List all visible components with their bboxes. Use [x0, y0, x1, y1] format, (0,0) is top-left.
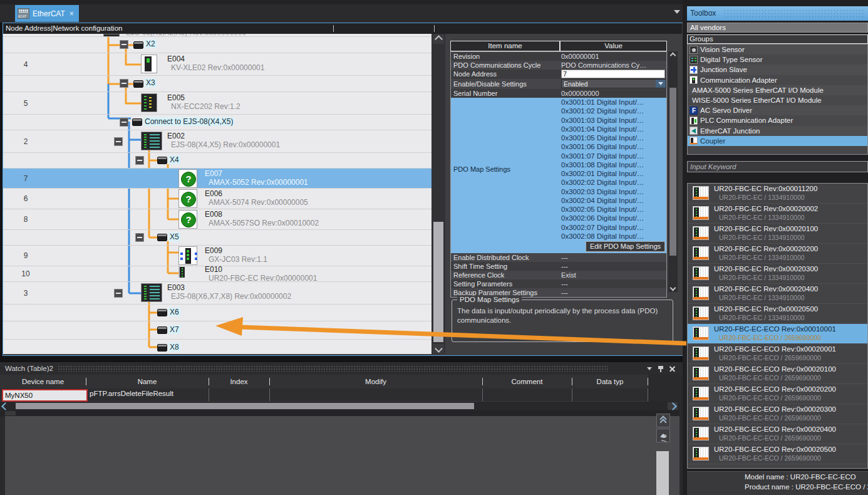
tree-row-e005[interactable]: 5 E005 NX-ECC202 Rev:1.2 — [3, 92, 431, 115]
collapse-button[interactable] — [120, 118, 128, 127]
pdo-map-entry[interactable]: 0x3002:06 Digital Input/… — [561, 214, 666, 222]
pdo-map-entry[interactable]: 0x3002:08 Digital Input/… — [561, 232, 666, 241]
dropdown-arrow-icon[interactable] — [656, 80, 666, 88]
tree-row-e010[interactable]: 10 E010 UR20-FBC-EC Rev:0x00000001 — [3, 266, 431, 282]
enable-disable-dropdown[interactable]: Enabled — [561, 79, 666, 88]
watch-horizontal-scrollbar[interactable] — [0, 402, 679, 410]
group-item[interactable]: PLC Communication Adapter — [688, 115, 867, 125]
group-item[interactable]: Vision Sensor — [688, 44, 867, 55]
scroll-down-button[interactable] — [433, 344, 444, 353]
group-item[interactable]: Coupler — [688, 136, 867, 146]
tree-row-e002[interactable]: 2 E002 EJS-08(X4,X5) Rev:0x00000001 — [3, 130, 431, 153]
group-item[interactable]: WISE-5000 Series EtherCAT I/O Module — [688, 95, 867, 105]
param-row-reference-clock[interactable]: Reference Clock Exist — [451, 271, 666, 279]
device-list-item[interactable]: UR20-FBC-EC-ECO Rev:0x00020300 UR20-FBC-… — [688, 404, 867, 424]
column-name[interactable]: Name — [86, 375, 209, 388]
group-item[interactable]: AC Servo Driver — [688, 105, 867, 115]
tree-row-x7[interactable]: X7 — [3, 321, 431, 340]
pin-icon[interactable] — [656, 365, 665, 373]
device-list-item[interactable]: UR20-FBC-EC-ECO Rev:0x00020001 UR20-FBC-… — [688, 344, 867, 364]
scrollbar-thumb[interactable] — [669, 88, 676, 256]
group-item[interactable]: Junction Slave — [688, 65, 867, 75]
watch-title-bar[interactable]: Watch (Table)2 — [0, 362, 683, 375]
tree-row-x6[interactable]: X6 — [3, 305, 431, 321]
device-list-item[interactable]: UR20-FBC-EC Rev:0x00020002 UR20-FBC-EC /… — [688, 204, 867, 224]
pdo-map-entry[interactable]: 0x3002:02 Digital Input/… — [561, 178, 666, 187]
variable-name-cell[interactable]: pFTP.arrsDeleteFileResult — [90, 390, 173, 397]
param-row-setting-parameters[interactable]: Setting Parameters --- — [451, 279, 666, 288]
tree-row-e009[interactable]: 9 E009 GX-JC03 Rev:1.1 — [3, 246, 431, 266]
collapse-button[interactable] — [135, 233, 144, 242]
param-row-serial-number[interactable]: Serial Number 0x00000000 — [451, 89, 666, 98]
network-configuration-tree[interactable]: EJS-08(X1,X2,X3) Rev:0x00000000 X2 4 E00… — [3, 34, 431, 354]
tab-close-icon[interactable]: × — [70, 9, 74, 18]
pdo-map-entry[interactable]: 0x3001:02 Digital Input/… — [561, 107, 666, 115]
tab-overflow-icon[interactable] — [674, 10, 680, 14]
pdo-map-entry[interactable]: 0x3001:06 Digital Input/… — [561, 142, 666, 151]
item-name-column-header[interactable]: Item name — [450, 41, 560, 51]
pdo-map-entry[interactable]: 0x3001:05 Digital Input/… — [561, 133, 666, 142]
scroll-up-button[interactable] — [433, 34, 444, 44]
tree-column-header[interactable]: Node Address|Network configuration — [3, 23, 682, 34]
pdo-map-entry[interactable]: 0x3001:07 Digital Input/… — [561, 152, 666, 160]
pdo-map-entry[interactable]: 0x3001:04 Digital Input/… — [561, 125, 666, 133]
column-comment[interactable]: Comment — [482, 375, 572, 388]
column-data-type[interactable]: Data typ — [572, 375, 648, 388]
collapse-button[interactable] — [120, 79, 128, 88]
scroll-right-button[interactable] — [668, 402, 678, 410]
device-list-item[interactable]: UR20-FBC-EC-ECO Rev:0x00020500 UR20-FBC-… — [688, 444, 867, 464]
vendor-filter-dropdown[interactable]: All vendors — [687, 23, 868, 33]
tree-row-x2[interactable]: X2 — [3, 37, 431, 53]
scroll-down-button[interactable] — [669, 284, 677, 291]
param-row-distributed-clock[interactable]: Enable Distributed Clock --- — [451, 253, 666, 262]
pdo-map-entry[interactable]: 0x3002:03 Digital Input/… — [561, 187, 666, 196]
group-item[interactable]: Digital Type Sensor — [688, 55, 867, 65]
vertical-scrollbar-thumb[interactable] — [656, 451, 669, 495]
scroll-left-button[interactable] — [1, 403, 9, 410]
device-list-item[interactable]: UR20-FBC-EC-ECO Rev:0x00020100 UR20-FBC-… — [688, 364, 867, 384]
page-up-fast-button[interactable] — [656, 414, 670, 427]
pdo-map-entry[interactable]: 0x3002:01 Digital Input/… — [561, 169, 666, 178]
device-list-item[interactable]: UR20-FBC-EC Rev:0x00020400 UR20-FBC-EC /… — [688, 284, 867, 304]
tree-row-e007-selected[interactable]: 7 ? E007 AMAX-5052 Rev:0x00000001 — [3, 169, 431, 189]
device-list-item[interactable]: UR20-FBC-EC-ECO Rev:0x00020200 UR20-FBC-… — [688, 384, 867, 404]
tree-row-e003[interactable]: 3 E003 EJS-08(X6,X7,X8) Rev:0x00000002 — [3, 282, 431, 305]
device-list-item[interactable]: UR20-FBC-EC-ECO Rev:0x00020400 UR20-FBC-… — [688, 424, 867, 444]
column-index[interactable]: Index — [209, 375, 269, 388]
param-row-pdo-map-settings[interactable]: PDO Map Settings 0x3001:01 Digital Input… — [451, 98, 666, 241]
param-row-shift-time[interactable]: Shift Time Setting --- — [451, 262, 666, 271]
tree-row-x8[interactable]: X8 — [3, 340, 431, 354]
tree-row-x4[interactable]: X4 — [3, 153, 431, 169]
device-list-item[interactable]: UR20-FBC-EC Rev:0x00020300 UR20-FBC-EC /… — [688, 264, 867, 284]
pdo-map-entry[interactable]: 0x3002:07 Digital Input/… — [561, 223, 666, 232]
group-item[interactable]: AMAX-5000 Series EtherCAT I/O Module — [688, 85, 867, 95]
param-row-node-address[interactable]: Node Address 7 — [451, 70, 666, 79]
keyword-search-input[interactable]: Input Keyword — [687, 161, 868, 172]
node-address-input[interactable]: 7 — [561, 70, 665, 78]
tree-vertical-scrollbar[interactable] — [431, 34, 445, 354]
pdo-map-entry[interactable]: 0x3001:03 Digital Input/… — [561, 116, 666, 125]
collapse-button[interactable] — [120, 40, 128, 49]
group-item[interactable]: Communication Adapter — [688, 75, 867, 85]
pdo-map-entry[interactable]: 0x3002:04 Digital Input/… — [561, 196, 666, 205]
edit-pdo-map-settings-button[interactable]: Edit PDO Map Settings — [586, 241, 665, 252]
collapse-button[interactable] — [114, 137, 123, 146]
tree-row-e004[interactable]: 4 E004 KV-XLE02 Rev:0x00000001 — [3, 53, 431, 76]
close-icon[interactable] — [668, 365, 676, 373]
tree-row-connect[interactable]: Connect to EJS-08(X4,X5) — [3, 115, 431, 130]
collapse-button[interactable] — [114, 289, 123, 298]
scroll-up-button[interactable] — [669, 51, 677, 59]
watch-table-row[interactable]: MyNX50 pFTP.arrsDeleteFileResult — [0, 388, 648, 402]
window-menu-icon[interactable] — [645, 365, 654, 373]
group-item[interactable]: EtherCAT Junction — [688, 126, 867, 136]
pdo-map-entry[interactable]: 0x3001:08 Digital Input/… — [561, 160, 666, 169]
device-list-item[interactable]: UR20-FBC-EC Rev:0x00011200 UR20-FBC-EC /… — [688, 184, 867, 204]
column-modify[interactable]: Modify — [269, 375, 482, 388]
param-row-pdo-cycle[interactable]: PDO Communications Cycle PDO Communicati… — [451, 61, 666, 70]
parameter-vertical-scrollbar[interactable] — [668, 51, 678, 292]
scrollbar-thumb[interactable] — [16, 403, 474, 409]
device-list-item[interactable]: UR20-FBC-EC Rev:0x00020100 UR20-FBC-EC /… — [688, 224, 867, 244]
tree-row-e008[interactable]: 8 ? E008 AMAX-5057SO Rev:0x00010002 — [3, 209, 431, 230]
groups-header[interactable]: Groups — [687, 34, 868, 44]
value-column-header[interactable]: Value — [560, 41, 667, 51]
